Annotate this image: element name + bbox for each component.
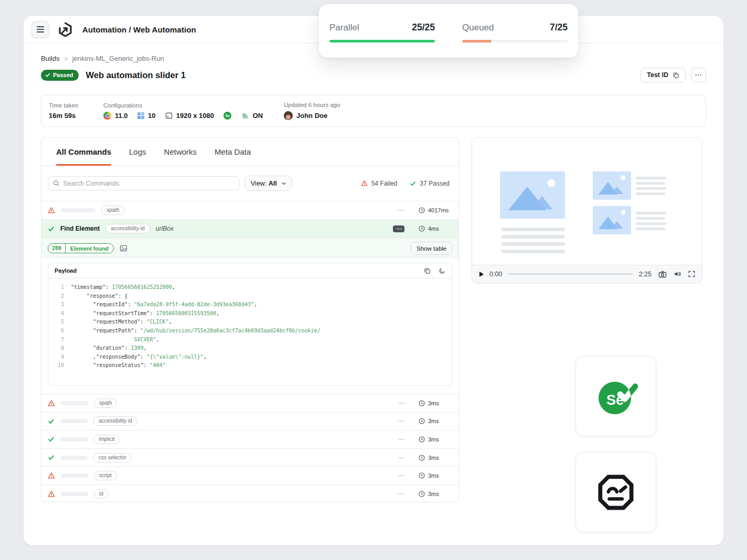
video-preview-mockup[interactable] xyxy=(472,138,702,265)
text-line-placeholder xyxy=(636,222,666,225)
clock-icon xyxy=(419,225,425,232)
queued-bar-fill xyxy=(462,40,492,42)
current-time: 0:00 xyxy=(489,271,502,278)
concurrency-stats-card: Parallel 25/25 Queued 7/25 xyxy=(319,4,578,58)
os-version: 10 xyxy=(148,112,155,120)
selenium-logo-icon: Se xyxy=(594,374,638,418)
fullscreen-icon[interactable] xyxy=(688,271,695,277)
text-line-placeholder xyxy=(636,187,666,190)
selenium-logo-card: Se xyxy=(575,356,656,436)
parallel-value: 25/25 xyxy=(412,22,435,33)
duration: 3ms xyxy=(419,436,452,443)
row-more-icon[interactable] xyxy=(398,420,404,422)
show-table-button[interactable]: Show table xyxy=(411,242,452,255)
seek-bar[interactable] xyxy=(508,273,632,275)
locator-badge: xpath xyxy=(94,399,117,408)
selenium-icon: Se xyxy=(223,112,231,120)
tab-logs[interactable]: Logs xyxy=(129,138,146,165)
time-taken-value: 16m 59s xyxy=(49,112,103,120)
command-row[interactable]: xpath 3ms xyxy=(41,394,458,412)
command-row[interactable]: implicit 3ms xyxy=(41,430,458,448)
command-row[interactable]: script 3ms xyxy=(41,466,458,484)
text-line-placeholder xyxy=(636,192,665,195)
response-status-badge: 200 Element found xyxy=(48,243,114,253)
separator-dot xyxy=(159,112,161,120)
tab-all-commands[interactable]: All Commands xyxy=(56,138,111,165)
main-window: Automation / Web Automation Builds > jen… xyxy=(24,16,723,545)
duration: 3ms xyxy=(419,491,452,497)
locator-value: urlBox xyxy=(156,225,174,232)
search-commands-input[interactable] xyxy=(63,180,234,187)
check-icon xyxy=(48,418,55,425)
locator-badge: css selector xyxy=(93,453,132,462)
warning-icon xyxy=(48,400,55,407)
row-more-icon[interactable] xyxy=(398,493,404,495)
code-line: 4 "requestStartTime": 170566560031559350… xyxy=(55,309,445,318)
chevron-down-icon xyxy=(282,182,286,185)
text-line-placeholder xyxy=(636,182,665,185)
parallel-stat: Parallel 25/25 xyxy=(329,22,435,58)
text-line-placeholder xyxy=(636,228,665,230)
separator-dot xyxy=(132,112,134,120)
row-more-icon[interactable] xyxy=(398,457,404,459)
row-more-icon[interactable] xyxy=(398,475,404,477)
copy-payload-icon[interactable] xyxy=(424,267,431,274)
search-commands-box xyxy=(48,176,240,190)
warning-icon xyxy=(361,180,368,187)
text-line-placeholder xyxy=(501,235,565,239)
tab-networks[interactable]: Networks xyxy=(164,138,197,165)
tab-meta-data[interactable]: Meta Data xyxy=(215,138,251,165)
test-id-button[interactable]: Test ID xyxy=(641,68,686,82)
duration: 4ms xyxy=(419,225,452,232)
play-button[interactable] xyxy=(479,271,484,277)
network-status: ON xyxy=(253,112,263,120)
screenshot-camera-icon[interactable] xyxy=(658,271,667,278)
breadcrumb-separator: > xyxy=(64,56,67,62)
row-more-icon[interactable] xyxy=(398,209,404,211)
search-icon xyxy=(53,180,59,187)
dark-mode-moon-icon[interactable] xyxy=(439,267,445,274)
locator-badge: script xyxy=(94,471,117,480)
image-placeholder-small xyxy=(593,171,631,200)
warning-icon xyxy=(48,490,55,498)
locator-badge: implicit xyxy=(93,435,120,444)
test-video-player: 0:00 2:25 xyxy=(472,137,702,283)
command-row[interactable]: accessibility id 3ms xyxy=(41,412,458,430)
ellipsis-icon xyxy=(695,74,702,76)
check-icon xyxy=(45,72,50,78)
text-line-placeholder xyxy=(501,250,565,253)
locator-badge: accessibility-id xyxy=(105,224,150,233)
clock-icon xyxy=(419,207,425,213)
command-row-selected[interactable]: Find Element accessibility-id urlBox 4ms xyxy=(41,219,458,238)
clock-icon xyxy=(419,491,425,497)
hamburger-menu-button[interactable] xyxy=(31,21,49,38)
check-icon xyxy=(48,225,55,232)
row-more-icon[interactable] xyxy=(398,402,404,404)
code-line: 3 "requestId": "6a7eda28-9f5f-4add-82de-… xyxy=(55,300,445,309)
command-row[interactable]: xpath 4017ms xyxy=(41,201,458,219)
locator-badge: id xyxy=(94,489,109,499)
svg-text:Se: Se xyxy=(606,392,624,408)
row-more-icon[interactable] xyxy=(398,438,404,440)
configurations-label: Configurations xyxy=(103,102,284,109)
tab-bar: All Commands Logs Networks Meta Data xyxy=(41,138,458,166)
duration: 3ms xyxy=(419,400,452,406)
app-logo-icon xyxy=(57,21,73,38)
passed-count: 37 Passed xyxy=(410,180,450,187)
test-info-bar: Time taken 16m 59s Configurations 11.0 1… xyxy=(41,95,706,127)
text-line-placeholder xyxy=(501,242,565,246)
breadcrumb-builds-link[interactable]: Builds xyxy=(41,55,59,62)
command-skeleton xyxy=(61,401,88,405)
queued-value: 7/25 xyxy=(550,22,568,33)
os-windows-icon xyxy=(137,112,144,119)
more-options-button[interactable] xyxy=(691,68,706,82)
screenshot-image-icon[interactable] xyxy=(120,244,127,252)
view-filter-dropdown[interactable]: View: All xyxy=(244,176,292,191)
separator-dot xyxy=(235,112,237,120)
command-row[interactable]: css selector 3ms xyxy=(41,448,458,467)
command-row[interactable]: id 3ms xyxy=(41,484,458,502)
warning-icon xyxy=(48,472,55,479)
row-more-icon[interactable] xyxy=(393,225,404,232)
volume-icon[interactable] xyxy=(674,271,681,277)
locator-badge: accessibility id xyxy=(93,416,137,426)
